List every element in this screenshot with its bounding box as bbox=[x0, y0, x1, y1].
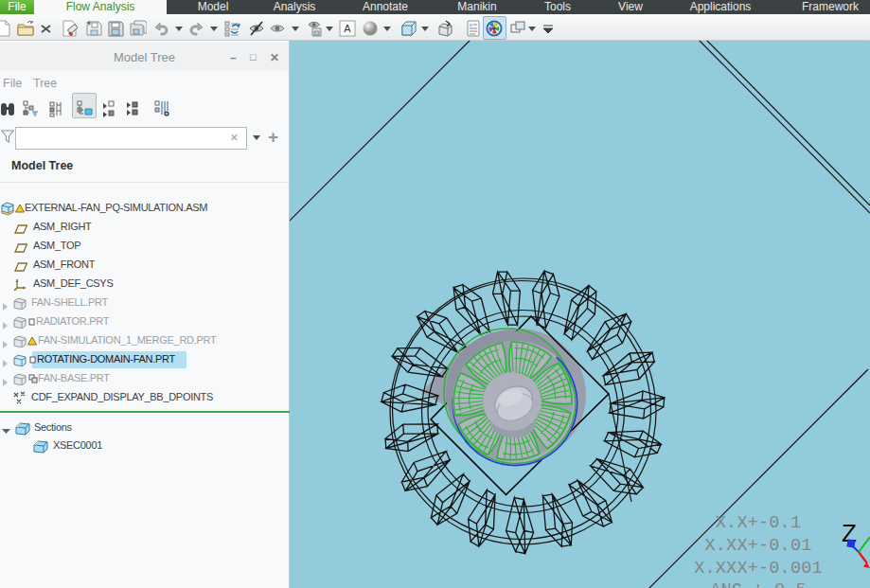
svg-text:ANG + 0.5: ANG + 0.5 bbox=[710, 580, 807, 588]
svg-text:X.XX+-0.01: X.XX+-0.01 bbox=[704, 536, 811, 556]
svg-text:X.X+-0.1: X.X+-0.1 bbox=[716, 513, 801, 533]
svg-text:X.XXX+-0.001: X.XXX+-0.001 bbox=[694, 559, 823, 579]
svg-text:A: A bbox=[344, 23, 351, 34]
